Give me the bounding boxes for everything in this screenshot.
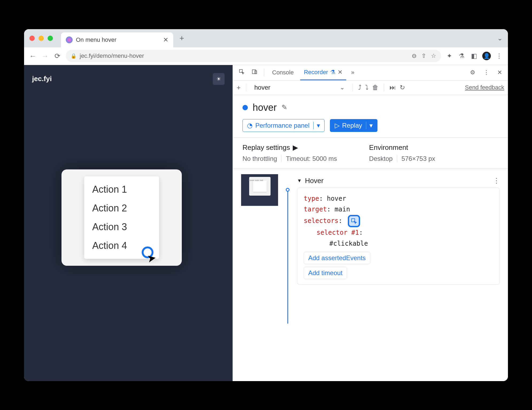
kebab-menu-icon[interactable]: ⋮	[481, 69, 491, 76]
close-devtools-icon[interactable]: ✕	[495, 69, 504, 76]
devtools-panel: Console Recorder ⚗ ✕ » ⚙ ⋮ ✕ + hover	[233, 65, 508, 381]
step-screenshot-thumbnail[interactable]: Hover over me!	[241, 174, 278, 206]
browser-tab[interactable]: On menu hover ✕	[61, 32, 173, 47]
maximize-window-button[interactable]	[48, 36, 53, 41]
device-value: Desktop	[369, 155, 393, 162]
add-timeout-button[interactable]: Add timeout	[304, 267, 347, 279]
step-play-icon[interactable]: ⏭	[390, 84, 396, 91]
forward-button[interactable]: →	[41, 52, 49, 60]
timeout-value: Timeout: 5000 ms	[286, 155, 337, 162]
performance-panel-button[interactable]: ◔ Performance panel ▾	[242, 119, 325, 132]
window-controls	[29, 36, 53, 41]
address-bar: ← → ⟳ 🔒 jec.fyi/demo/menu-hover ⊖ ⇧ ☆ ✦ …	[24, 47, 508, 65]
zoom-icon[interactable]: ⊖	[412, 52, 417, 59]
inspect-element-icon[interactable]	[237, 69, 247, 76]
recording-selector[interactable]: hover ⌄	[252, 84, 347, 91]
recording-status-dot	[242, 105, 248, 110]
replay-settings-row: Replay settings ▶ No throttling Timeout:…	[233, 137, 508, 169]
send-feedback-link[interactable]: Send feedback	[465, 84, 504, 91]
step-hover: ▼ Hover ⋮ type: hover target: main selec…	[297, 174, 500, 285]
recording-title: hover	[253, 102, 277, 113]
reload-button[interactable]: ⟳	[53, 52, 61, 60]
tab-bar: On menu hover ✕ + ⌄	[24, 29, 508, 47]
recorder-body: hover ✎ ◔ Performance panel ▾ ▷ Replay ▾	[233, 95, 508, 381]
step-menu-icon[interactable]: ⋮	[493, 177, 500, 185]
content-area: jec.fyi ☀ Hover over me! Action 1 Action…	[24, 65, 508, 381]
favicon-icon	[66, 36, 73, 43]
url-input[interactable]: 🔒 jec.fyi/demo/menu-hover ⊖ ⇧ ☆	[66, 50, 441, 62]
site-title: jec.fyi	[32, 75, 52, 83]
import-icon[interactable]: ⤵	[365, 84, 368, 91]
tab-recorder[interactable]: Recorder ⚗ ✕	[300, 65, 346, 81]
hover-card[interactable]: Hover over me! Action 1 Action 2 Action …	[61, 169, 182, 266]
tab-console[interactable]: Console	[268, 65, 298, 81]
tab-overflow-icon[interactable]: ⌄	[497, 35, 503, 42]
bookmark-icon[interactable]: ☆	[431, 52, 436, 59]
chevron-down-icon: ⌄	[340, 84, 345, 91]
chevron-down-icon[interactable]: ▾	[366, 122, 373, 129]
svg-rect-1	[252, 70, 256, 74]
pick-selector-button[interactable]	[348, 215, 360, 227]
settings-icon[interactable]: ⚙	[468, 69, 477, 76]
edit-title-icon[interactable]: ✎	[282, 103, 287, 112]
step-details: type: hover target: main selectors: sele…	[297, 188, 500, 285]
menu-item[interactable]: Action 3	[84, 218, 159, 236]
close-tab-icon[interactable]: ✕	[163, 36, 168, 44]
menu-item[interactable]: Action 2	[84, 199, 159, 218]
environment-heading: Environment	[369, 143, 435, 152]
chevron-down-icon[interactable]: ▾	[313, 122, 320, 129]
slow-replay-icon[interactable]: ↻	[400, 84, 405, 91]
collapse-icon: ▼	[297, 178, 302, 184]
browser-menu-icon[interactable]: ⋮	[495, 52, 503, 60]
timeline	[284, 174, 292, 324]
throttling-value: No throttling	[242, 155, 277, 162]
delete-icon[interactable]: 🗑	[372, 84, 379, 91]
devtools-tab-bar: Console Recorder ⚗ ✕ » ⚙ ⋮ ✕	[233, 65, 508, 81]
export-icon[interactable]: ⤴	[358, 84, 361, 91]
device-toolbar-icon[interactable]	[249, 69, 260, 76]
profile-avatar[interactable]: 👤	[482, 52, 491, 60]
gauge-icon: ◔	[247, 122, 253, 129]
replay-settings-toggle[interactable]: Replay settings ▶	[242, 143, 337, 152]
menu-item[interactable]: Action 1	[84, 180, 159, 199]
close-window-button[interactable]	[29, 36, 35, 41]
minimize-window-button[interactable]	[38, 36, 44, 41]
lock-icon: 🔒	[71, 53, 76, 59]
back-button[interactable]: ←	[29, 52, 37, 60]
url-text: jec.fyi/demo/menu-hover	[80, 52, 144, 59]
tab-title: On menu hover	[76, 36, 117, 43]
new-recording-button[interactable]: +	[237, 83, 241, 92]
add-asserted-events-button[interactable]: Add assertedEvents	[304, 252, 370, 264]
play-icon: ▷	[335, 122, 340, 129]
viewport-value: 576×753 px	[402, 155, 435, 162]
labs-icon[interactable]: ⚗	[458, 52, 466, 60]
new-tab-button[interactable]: +	[176, 34, 187, 43]
browser-window: On menu hover ✕ + ⌄ ← → ⟳ 🔒 jec.fyi/demo…	[24, 29, 508, 381]
recorder-toolbar: + hover ⌄ ⤴ ⤵ 🗑 ⏭ ↻ Send feedback	[233, 81, 508, 95]
timeline-node-icon	[286, 188, 290, 192]
theme-toggle-button[interactable]: ☀	[213, 73, 225, 85]
webpage: jec.fyi ☀ Hover over me! Action 1 Action…	[24, 65, 233, 381]
chevron-right-icon: ▶	[293, 143, 298, 152]
step-header[interactable]: ▼ Hover ⋮	[297, 174, 500, 188]
extensions-icon[interactable]: ✦	[445, 52, 453, 60]
selector-label: selector #1	[317, 229, 359, 236]
share-icon[interactable]: ⇧	[421, 52, 426, 59]
replay-button[interactable]: ▷ Replay ▾	[330, 119, 377, 132]
selector-value[interactable]: #clickable	[329, 240, 368, 247]
more-tabs-icon[interactable]: »	[349, 69, 356, 76]
side-panel-icon[interactable]: ◧	[470, 52, 478, 60]
close-tab-icon[interactable]: ✕	[338, 69, 342, 76]
flask-icon: ⚗	[330, 69, 336, 76]
